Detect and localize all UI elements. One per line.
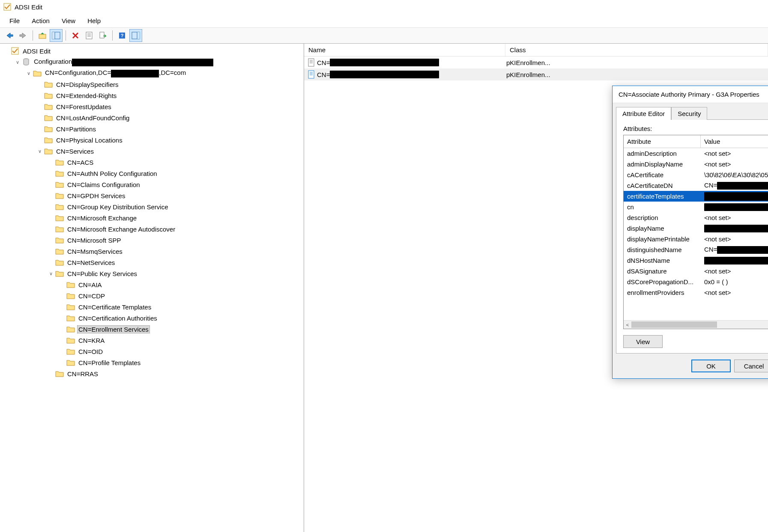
expander-icon[interactable]: ∨	[14, 58, 21, 66]
attribute-row[interactable]: cACertificate\30\82\06\EA\30\82\05\D2\A0…	[624, 169, 768, 180]
tree-configuration-partition[interactable]: ∨ Configuration	[14, 56, 304, 68]
tree-acs[interactable]: ▶CN=ACS	[47, 157, 304, 168]
tree-group-key[interactable]: ▶CN=Group Key Distribution Service	[47, 201, 304, 212]
menu-help[interactable]: Help	[81, 15, 107, 26]
col-attribute[interactable]: Attribute	[624, 135, 701, 148]
export-list-button[interactable]	[96, 29, 109, 42]
tree-lost-and-found[interactable]: ▶CN=LostAndFoundConfig	[36, 112, 304, 123]
attribute-row[interactable]: adminDescription<not set>	[624, 148, 768, 159]
tree-extended-rights[interactable]: ▶CN=Extended-Rights	[36, 90, 304, 101]
attribute-value: <not set>	[701, 235, 768, 243]
tree-rras[interactable]: ▶CN=RRAS	[47, 368, 304, 379]
tree-configuration-dn[interactable]: ∨ CN=Configuration,DC=,DC=com	[25, 68, 304, 79]
tree-root-adsi-edit[interactable]: ▶ ADSI Edit	[3, 45, 304, 56]
menu-view[interactable]: View	[56, 15, 81, 26]
toolbar-separator	[66, 30, 66, 41]
tree-netservices[interactable]: ▶CN=NetServices	[47, 257, 304, 268]
attribute-value: <not set>	[701, 160, 768, 168]
attribute-row[interactable]: dSASignature<not set>	[624, 266, 768, 276]
view-button[interactable]: View	[623, 335, 663, 348]
tree-profile-templates[interactable]: ▶CN=Profile Templates	[58, 357, 304, 368]
cancel-button[interactable]: Cancel	[734, 360, 768, 372]
folder-icon	[66, 313, 75, 323]
tree-services[interactable]: ∨CN=Services	[36, 146, 304, 157]
expander-icon[interactable]: ∨	[25, 69, 33, 77]
attribute-row[interactable]: distinguishedNameCN=	[624, 244, 768, 255]
tree-certification-authorities[interactable]: ▶CN=Certification Authorities	[58, 312, 304, 324]
tree-claims[interactable]: ▶CN=Claims Configuration	[47, 179, 304, 190]
expander-icon[interactable]: ∨	[36, 147, 44, 155]
tree-kra[interactable]: ▶CN=KRA	[58, 335, 304, 346]
dialog-footer: OK Cancel Apply Help	[613, 354, 768, 378]
tree-certificate-templates[interactable]: ▶CN=Certificate Templates	[58, 301, 304, 312]
attribute-row[interactable]: certificateTemplates	[624, 191, 768, 202]
tree-partitions[interactable]: ▶CN=Partitions	[36, 123, 304, 134]
tree-aia[interactable]: ▶CN=AIA	[58, 279, 304, 290]
attribute-value	[701, 256, 768, 265]
list-item[interactable]: CN=pKIEnrollmen...	[304, 56, 768, 68]
tree-ms-exchange[interactable]: ▶CN=Microsoft Exchange	[47, 212, 304, 223]
attribute-row[interactable]: cACertificateDNCN=	[624, 180, 768, 191]
up-level-button[interactable]	[36, 29, 49, 42]
nav-forward-button[interactable]	[17, 29, 30, 42]
tree-oid[interactable]: ▶CN=OID	[58, 346, 304, 357]
list-panel[interactable]: Name Class CN=pKIEnrollmen...CN=pKIEnrol…	[304, 44, 768, 532]
folder-icon	[44, 135, 53, 145]
svg-rect-5	[86, 32, 92, 39]
tree-physical-locations[interactable]: ▶CN=Physical Locations	[36, 134, 304, 146]
folder-icon	[55, 369, 64, 378]
svg-rect-9	[100, 32, 104, 38]
ok-button[interactable]: OK	[691, 360, 731, 372]
attribute-name: certificateTemplates	[624, 193, 701, 200]
list-col-name[interactable]: Name	[304, 44, 505, 56]
nav-back-button[interactable]	[3, 29, 16, 42]
dialog-titlebar: CN=Associate Authority Primary - G3A Pro…	[613, 86, 768, 103]
folder-icon	[44, 146, 53, 156]
redacted-text	[72, 59, 213, 66]
attribute-row[interactable]: displayName	[624, 223, 768, 234]
attribute-name: enrollmentProviders	[624, 289, 701, 296]
tree-display-specifiers[interactable]: ▶CN=DisplaySpecifiers	[36, 79, 304, 90]
attributes-table[interactable]: Attribute Value ▲ adminDescription<not s…	[623, 135, 768, 329]
attribute-row[interactable]: cn	[624, 202, 768, 212]
properties-dialog: CN=Associate Authority Primary - G3A Pro…	[612, 86, 768, 379]
list-col-class[interactable]: Class	[505, 44, 768, 56]
list-item-class: pKIEnrollmen...	[505, 59, 768, 66]
show-hide-tree-button[interactable]	[50, 29, 63, 42]
tree-msmq[interactable]: ▶CN=MsmqServices	[47, 246, 304, 257]
tree-root-label: ADSI Edit	[21, 47, 52, 55]
tab-security[interactable]: Security	[671, 107, 707, 120]
help-button[interactable]: ?	[116, 29, 128, 42]
tree-ms-spp[interactable]: ▶CN=Microsoft SPP	[47, 235, 304, 246]
list-item[interactable]: CN=pKIEnrollmen...	[304, 68, 768, 80]
folder-icon	[55, 180, 64, 189]
redacted-text	[704, 203, 768, 211]
delete-button[interactable]	[69, 29, 82, 42]
tree-forest-updates[interactable]: ▶CN=ForestUpdates	[36, 101, 304, 112]
tree-gpdh[interactable]: ▶CN=GPDH Services	[47, 190, 304, 201]
horizontal-scrollbar[interactable]: < >	[624, 320, 768, 329]
tree-authn-policy[interactable]: ▶CN=AuthN Policy Configuration	[47, 168, 304, 179]
list-item-class: pKIEnrollmen...	[505, 71, 768, 78]
folder-icon	[44, 113, 53, 122]
action-pane-button[interactable]	[129, 29, 142, 42]
menu-action[interactable]: Action	[26, 15, 56, 26]
tree-ms-exchange-autodiscover[interactable]: ▶CN=Microsoft Exchange Autodiscover	[47, 223, 304, 235]
attribute-row[interactable]: description<not set>	[624, 212, 768, 223]
tree-enrollment-services[interactable]: ▶CN=Enrollment Services	[58, 324, 304, 335]
tree-cdp[interactable]: ▶CN=CDP	[58, 290, 304, 301]
attribute-row[interactable]: dNSHostName	[624, 255, 768, 266]
attribute-row[interactable]: dSCorePropagationD...0x0 = ( )	[624, 276, 768, 287]
attribute-row[interactable]: enrollmentProviders<not set>	[624, 287, 768, 298]
menu-file[interactable]: File	[3, 15, 26, 26]
scroll-left-icon[interactable]: <	[624, 322, 631, 327]
col-value[interactable]: Value	[701, 135, 768, 148]
expander-icon[interactable]: ∨	[47, 270, 55, 277]
toolbar-separator	[112, 30, 113, 41]
tree-public-key-services[interactable]: ∨CN=Public Key Services	[47, 268, 304, 279]
tab-attribute-editor[interactable]: Attribute Editor	[616, 107, 671, 120]
properties-button[interactable]	[83, 29, 96, 42]
attribute-row[interactable]: displayNamePrintable<not set>	[624, 234, 768, 244]
tree-panel[interactable]: ▶ ADSI Edit ∨	[0, 44, 304, 532]
attribute-row[interactable]: adminDisplayName<not set>	[624, 159, 768, 169]
